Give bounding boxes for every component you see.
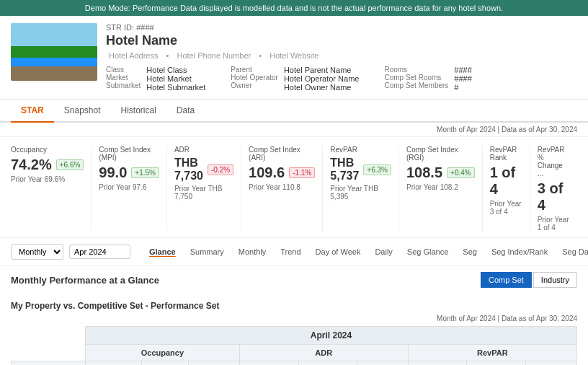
market-label: Market [106,74,141,82]
metric-prior: Prior Year 108.2 [406,183,475,191]
col-group-header: Occupancy [85,345,239,361]
metric-badge: +6.6% [56,159,84,170]
table-corner [12,327,86,345]
meta-col-parent: Parent Hotel Operator Owner Hotel Parent… [231,66,359,92]
metric-badge: +0.4% [447,167,475,178]
section-title: My Property vs. Competitive Set - Perfor… [11,294,577,315]
metric-value: 109.6-1.1% [249,164,315,181]
main-content: My Property vs. Competitive Set - Perfor… [0,294,588,365]
metric-item: Comp Set Index (MPI)99.0+1.5%Prior Year … [92,146,167,232]
period-header: April 2024 [85,327,576,345]
sub-tab-seg[interactable]: Seg [455,245,484,258]
metric-badge: -1.1% [289,167,315,178]
metric-item: Comp Set Index (ARI)109.6-1.1%Prior Year… [241,146,323,232]
comp-set-label: Comp Set Rooms [384,74,448,82]
sub-tabs: GlanceSummaryMonthlyTrendDay of WeekDail… [142,245,588,258]
tab-snapshot[interactable]: Snapshot [54,100,111,123]
sub-tab-glance[interactable]: Glance [142,245,183,258]
sub-col-header: Comp Set [141,361,188,366]
hotel-info: STR ID: #### Hotel Name Hotel Address • … [106,23,577,92]
metric-label: RevPAR [330,146,391,154]
metric-number: THB 5,737 [330,157,359,182]
sub-col-header: Index (RGI) [525,361,576,366]
metric-number: 99.0 [99,164,127,181]
sub-tab-monthly[interactable]: Monthly [231,245,274,258]
sub-col-header: My Property [239,361,298,366]
rooms-label: Rooms [384,66,448,74]
comp-set-value: #### [454,74,471,83]
demo-banner: Demo Mode: Performance Data displayed is… [0,0,588,16]
metric-value: 1 of 4 [490,164,522,198]
metric-value: 74.2%+6.6% [11,157,84,173]
tab-data[interactable]: Data [166,100,205,123]
metric-label: RevPAR Rank [490,146,522,162]
performance-table: April 2024OccupancyADRRevPARMy PropertyC… [11,326,577,365]
owner-value: Hotel Owner Name [284,83,360,92]
table-date-info: Month of Apr 2024 | Data as of Apr 30, 2… [11,315,577,322]
metric-value: 3 of 4 [538,180,570,214]
class-value: Hotel Class [146,66,205,74]
hotel-website: Hotel Website [270,51,318,60]
metric-prior: Prior Year THB 7,750 [174,185,233,201]
metric-number: 108.5 [406,164,442,181]
tab-historical[interactable]: Historical [111,100,166,123]
header-section: STR ID: #### Hotel Name Hotel Address • … [0,16,588,100]
members-value: # [454,83,471,92]
market-value: Hotel Market [146,74,205,83]
metric-prior: Prior Year THB 5,395 [330,185,391,201]
sub-tab-summary[interactable]: Summary [183,245,231,258]
period-select[interactable]: Monthly Weekly Daily [11,244,63,260]
hotel-contact: Hotel Address • Hotel Phone Number • Hot… [106,51,577,60]
metric-prior: Prior Year 1 of 4 [538,216,570,232]
col-group-header: RevPAR [408,345,576,361]
str-id-value: #### [136,23,153,32]
members-label: Comp Set Members [384,82,448,89]
sub-tab-daily[interactable]: Daily [368,245,399,258]
metric-item: ADRTHB 7,730-0.2%Prior Year THB 7,750 [167,146,241,232]
submarket-label: Submarket [106,82,141,89]
parent-label: Parent [231,66,278,74]
sub-tab-seg-index/rank[interactable]: Seg Index/Rank [484,245,555,258]
sub-tab-day-of-week[interactable]: Day of Week [308,245,368,258]
comp-set-button[interactable]: Comp Set [481,272,532,288]
metric-number: 3 of 4 [538,180,570,214]
sub-col-header: Comp Set [467,361,525,366]
industry-button[interactable]: Industry [533,272,577,288]
rooms-value: #### [454,66,471,74]
table-corner-2 [12,345,86,361]
metric-label: Comp Set Index (MPI) [99,146,159,162]
metric-label: Occupancy [11,146,84,154]
btn-group: Comp Set Industry [481,272,577,288]
metric-badge: +1.5% [131,167,159,178]
metrics-row: Occupancy74.2%+6.6%Prior Year 69.6%Comp … [0,137,588,238]
tab-star[interactable]: STAR [11,100,54,123]
parent-value: Hotel Parent Name [284,66,360,74]
metric-item: Comp Set Index (RGI)108.5+0.4%Prior Year… [399,146,483,232]
sub-tab-seg-glance[interactable]: Seg Glance [400,245,455,258]
metric-prior: Prior Year 97.6 [99,183,159,191]
class-label: Class [106,66,141,74]
sub-col-header: Index (MPI) [188,361,239,366]
hotel-phone: Hotel Phone Number [177,51,251,60]
metric-label: Comp Set Index (ARI) [249,146,315,162]
metric-item: RevPAR Rank1 of 4Prior Year 3 of 4 [483,146,530,232]
metric-badge: -0.2% [208,164,233,175]
operator-label: Hotel Operator [231,74,278,82]
metric-label: RevPAR % Change ... [538,146,570,177]
metric-prior: Prior Year 3 of 4 [490,200,522,216]
hotel-image [11,23,97,81]
meta-col-rooms: Rooms Comp Set Rooms Comp Set Members ##… [384,66,471,92]
sub-tab-seg-day-of-week[interactable]: Seg Day of Week [555,245,588,258]
sub-tab-trend[interactable]: Trend [273,245,308,258]
metric-number: 1 of 4 [490,164,522,198]
controls-row: Monthly Weekly Daily GlanceSummaryMonthl… [0,238,588,266]
sub-col-header: My Property [85,361,141,366]
date-input[interactable] [69,245,130,259]
metric-value: 99.0+1.5% [99,164,159,181]
metric-prior: Prior Year 110.8 [249,183,315,191]
metric-number: THB 7,730 [174,157,203,182]
metric-number: 109.6 [249,164,285,181]
str-id: STR ID: #### [106,23,577,32]
col-group-header: ADR [239,345,408,361]
metric-prior: Prior Year 69.6% [11,175,84,183]
